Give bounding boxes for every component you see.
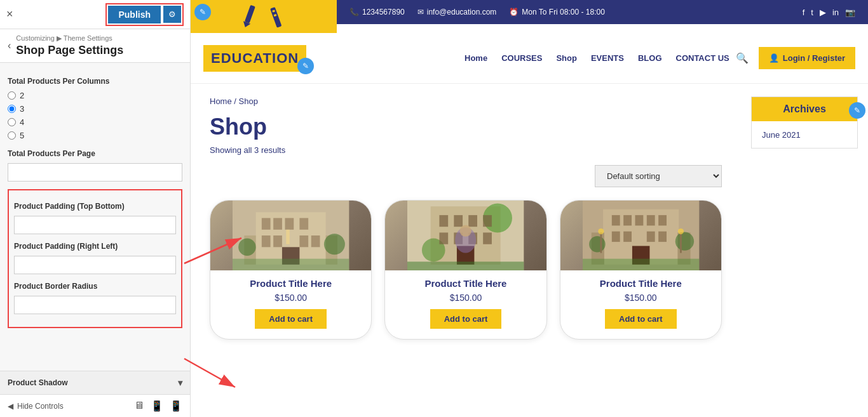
instagram-icon[interactable]: 📷 xyxy=(845,8,855,17)
publish-area: Publish ⚙ xyxy=(105,3,184,26)
svg-rect-33 xyxy=(483,232,492,244)
padding-tb-input[interactable]: 20 xyxy=(14,216,176,234)
svg-rect-42 xyxy=(611,215,620,226)
publish-button[interactable]: Publish xyxy=(108,6,161,23)
svg-point-37 xyxy=(460,225,471,237)
back-nav: ‹ Customizing ▶ Theme Settings Shop Page… xyxy=(0,29,190,63)
nav-contact[interactable]: CONTACT US xyxy=(676,53,729,63)
svg-rect-13 xyxy=(262,235,271,247)
desktop-icon[interactable]: 🖥 xyxy=(134,400,144,412)
linkedin-icon[interactable]: in xyxy=(832,8,839,17)
border-radius-label: Product Border Radius xyxy=(14,282,176,291)
radio-4[interactable]: 4 xyxy=(8,117,182,127)
product-title-1: Product Title Here xyxy=(250,278,332,289)
radio-2[interactable]: 2 xyxy=(8,91,182,100)
svg-rect-35 xyxy=(407,261,524,270)
svg-rect-18 xyxy=(233,259,349,270)
facebook-icon[interactable]: f xyxy=(803,8,805,17)
close-button[interactable]: × xyxy=(6,8,13,21)
user-icon: 👤 xyxy=(769,53,779,63)
email-info: ✉ info@education.com xyxy=(417,8,497,17)
logo-bg: EDUCATION xyxy=(203,45,306,72)
product-price-3: $150.00 xyxy=(625,293,657,303)
product-shadow-bar[interactable]: Product Shadow ▾ xyxy=(0,371,190,394)
hours-info: ⏰ Mon To Fri 08:00 - 18:00 xyxy=(509,8,605,17)
per-page-input[interactable]: 9 xyxy=(8,163,182,182)
site-nav: EDUCATION ✎ Home COURSES Shop EVENTS BLO… xyxy=(191,33,868,84)
search-icon[interactable]: 🔍 xyxy=(736,52,749,64)
edit-circle-top-icon[interactable]: ✎ xyxy=(194,4,211,20)
svg-rect-49 xyxy=(646,232,654,242)
product-shadow-label: Product Shadow xyxy=(8,378,68,387)
back-arrow-icon[interactable]: ‹ xyxy=(8,40,11,51)
svg-rect-28 xyxy=(469,215,478,227)
svg-rect-9 xyxy=(262,218,271,230)
hide-controls-label: Hide Controls xyxy=(17,402,64,411)
logo-icons xyxy=(236,4,291,29)
hide-controls-btn[interactable]: ◀ Hide Controls xyxy=(8,402,64,411)
svg-point-19 xyxy=(238,239,256,256)
clock-icon: ⏰ xyxy=(509,8,519,17)
logo-area: EDUCATION ✎ xyxy=(203,45,306,72)
svg-rect-48 xyxy=(623,232,632,242)
phone-info: 📞 1234567890 xyxy=(349,8,405,17)
nav-blog[interactable]: BLOG xyxy=(638,53,662,63)
product-card-3: Product Title Here $150.00 Add to cart xyxy=(560,200,722,340)
right-panel: ✎ 📞 1234567890 xyxy=(191,0,868,417)
login-button[interactable]: 👤 Login / Register xyxy=(759,47,855,69)
add-to-cart-button-1[interactable]: Add to cart xyxy=(255,309,327,329)
archives-edit-icon[interactable]: ✎ xyxy=(849,102,865,119)
phone-number: 1234567890 xyxy=(362,8,405,17)
svg-rect-27 xyxy=(454,215,463,227)
email-address: info@education.com xyxy=(427,8,497,17)
breadcrumb-nav: Customizing ▶ Theme Settings xyxy=(16,34,123,43)
svg-rect-21 xyxy=(286,230,290,244)
padding-rl-input[interactable]: 15 xyxy=(14,256,176,274)
archives-widget: ✎ Archives June 2021 xyxy=(751,96,858,149)
border-radius-group: Product Border Radius 30 xyxy=(14,282,176,314)
nav-home[interactable]: Home xyxy=(465,53,487,63)
left-panel: × Publish ⚙ ‹ Customizing ▶ Theme Settin… xyxy=(0,0,191,417)
mobile-icon[interactable]: 📱 xyxy=(170,400,182,412)
tablet-icon[interactable]: 📱 xyxy=(151,400,163,412)
panel-content: Total Products Per Columns 2 3 4 5 Total… xyxy=(0,63,190,371)
svg-point-53 xyxy=(675,232,693,251)
per-page-label: Total Products Per Page xyxy=(8,149,182,158)
svg-rect-14 xyxy=(273,235,282,247)
sort-select[interactable]: Default sorting Sort by popularity Sort … xyxy=(595,165,722,187)
radio-3[interactable]: 3 xyxy=(8,104,182,114)
svg-rect-50 xyxy=(658,232,667,242)
gear-button[interactable]: ⚙ xyxy=(163,6,181,23)
business-hours: Mon To Fri 08:00 - 18:00 xyxy=(522,8,605,17)
product-card-1: Product Title Here $150.00 Add to cart xyxy=(210,200,372,340)
shadow-chevron-icon: ▾ xyxy=(178,378,182,388)
product-price-2: $150.00 xyxy=(450,293,482,303)
svg-rect-12 xyxy=(299,218,308,230)
svg-point-52 xyxy=(589,236,606,253)
showing-results: Showing all 3 results xyxy=(210,145,722,155)
add-to-cart-button-3[interactable]: Add to cart xyxy=(605,309,677,329)
add-to-cart-button-2[interactable]: Add to cart xyxy=(430,309,502,329)
product-image-3 xyxy=(560,201,721,270)
logo-edit-icon[interactable]: ✎ xyxy=(297,58,314,74)
svg-rect-54 xyxy=(583,259,699,270)
archive-june-2021[interactable]: June 2021 xyxy=(762,130,801,140)
svg-point-20 xyxy=(324,234,345,255)
pencil-icon xyxy=(236,4,262,29)
twitter-icon[interactable]: t xyxy=(811,8,813,17)
youtube-icon[interactable]: ▶ xyxy=(820,8,826,17)
logo-text: EDUCATION xyxy=(211,50,299,66)
nav-courses[interactable]: COURSES xyxy=(501,53,542,63)
info-left: 📞 1234567890 ✉ info@education.com ⏰ Mon … xyxy=(349,8,605,17)
nav-events[interactable]: EVENTS xyxy=(591,53,624,63)
border-radius-input[interactable]: 30 xyxy=(14,296,176,314)
nav-shop[interactable]: Shop xyxy=(556,53,577,63)
product-price-1: $150.00 xyxy=(275,293,307,303)
red-box-settings: Product Padding (Top Bottom) 20 Product … xyxy=(8,189,182,328)
radio-5[interactable]: 5 xyxy=(8,131,182,140)
back-chevron-icon: ◀ xyxy=(8,402,13,411)
svg-rect-10 xyxy=(273,218,282,230)
site-content: Home / Shop Shop Showing all 3 results D… xyxy=(191,84,868,417)
svg-rect-47 xyxy=(611,232,620,242)
yellow-header: ✎ xyxy=(191,0,337,33)
